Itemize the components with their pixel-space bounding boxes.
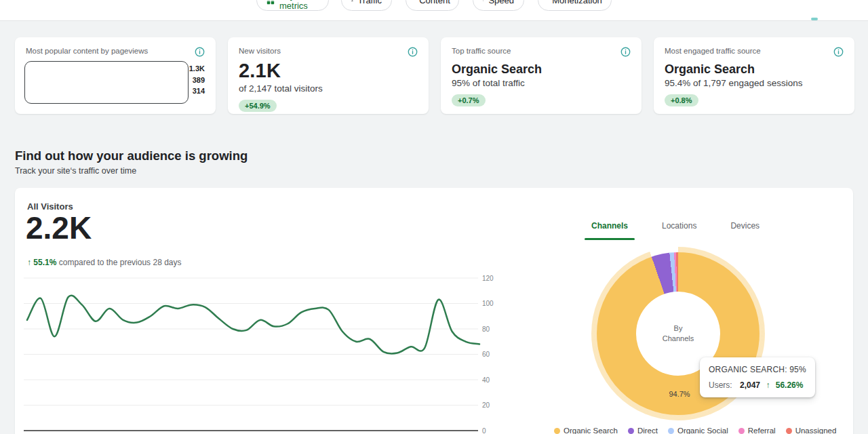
svg-text:100: 100: [482, 300, 494, 307]
legend-label: Unassigned: [795, 427, 837, 434]
visitors-line-chart[interactable]: 020406080100120: [15, 269, 520, 434]
section-subtitle: Track your site‘s traffic over time: [15, 166, 136, 176]
bar-chart-icon: [351, 0, 353, 5]
info-icon[interactable]: [620, 47, 631, 57]
card-subtext: 95.4% of 1,797 engaged sessions: [665, 78, 844, 88]
donut-slice-percent: 94.7%: [669, 390, 690, 398]
card-subtext: 95% of total traffic: [452, 78, 631, 88]
trend-rest: compared to the previous 28 days: [56, 258, 181, 267]
info-icon[interactable]: [408, 47, 418, 57]
tab-speed[interactable]: Speed: [473, 0, 524, 11]
card-value: Organic Search: [665, 62, 844, 77]
card-value: Organic Search: [452, 62, 631, 77]
redacted-content-list: [24, 61, 189, 104]
all-visitors-card: All Visitors 2.2K ↑ 55.1% compared to th…: [15, 188, 853, 434]
change-badge: +0.8%: [665, 94, 698, 106]
donut-center-line1: By: [674, 323, 683, 334]
tab-label: Traffic: [358, 0, 382, 5]
legend-item-direct[interactable]: Direct: [628, 427, 658, 434]
tooltip-title: ORGANIC SEARCH: 95%: [709, 365, 806, 374]
tab-devices[interactable]: Devices: [726, 218, 764, 240]
pageview-value: 1.3K: [189, 63, 205, 75]
tab-label: Speed: [488, 0, 514, 5]
card-most-engaged-source: Most engaged traffic source Organic Sear…: [654, 37, 854, 114]
tab-label: Monetization: [552, 0, 602, 5]
trend-text: ↑ 55.1% compared to the previous 28 days: [27, 258, 181, 267]
tab-locations[interactable]: Locations: [658, 218, 701, 240]
info-icon[interactable]: [833, 47, 844, 57]
pageview-value: 389: [189, 75, 205, 86]
svg-text:60: 60: [482, 351, 490, 358]
svg-text:20: 20: [482, 401, 490, 409]
legend-item-organic-social[interactable]: Organic Social: [668, 427, 728, 434]
card-title: Most engaged traffic source: [665, 47, 761, 55]
speed-icon: [483, 0, 484, 5]
pageview-value: 314: [189, 85, 205, 97]
insights-dashboard: Key metrics Traffic Content: [0, 0, 868, 434]
legend-dot: [554, 428, 560, 434]
tooltip-users-value: 2,047: [740, 380, 760, 390]
legend-item-organic-search[interactable]: Organic Search: [554, 427, 618, 434]
change-badge: +54.9%: [239, 100, 277, 112]
legend-dot: [786, 428, 792, 434]
trend-arrow: ↑: [27, 258, 31, 267]
tab-channels[interactable]: Channels: [587, 218, 632, 240]
tab-traffic[interactable]: Traffic: [341, 0, 392, 11]
svg-text:80: 80: [482, 326, 490, 333]
card-title: New visitors: [239, 47, 281, 55]
legend-item-unassigned[interactable]: Unassigned: [786, 427, 837, 434]
donut-legend: Organic Search Direct Organic Social Ref…: [554, 427, 836, 434]
grid-icon: [267, 0, 275, 5]
svg-text:120: 120: [482, 275, 494, 282]
card-subtext: of 2,147 total visitors: [239, 83, 418, 94]
legend-label: Direct: [637, 427, 658, 434]
legend-dot: [738, 428, 745, 434]
tooltip-trend-arrow: ↑: [766, 380, 770, 390]
card-title: Most popular content by pageviews: [26, 47, 148, 55]
legend-dot: [628, 428, 634, 434]
tab-label: Key metrics: [279, 0, 319, 11]
legend-label: Organic Social: [677, 427, 728, 434]
legend-label: Referral: [748, 427, 776, 434]
card-title: Top traffic source: [452, 47, 511, 55]
legend-dot: [668, 428, 674, 434]
tooltip-users-row: Users: 2,047 ↑ 56.26%: [709, 380, 806, 390]
legend-item-referral[interactable]: Referral: [738, 427, 776, 434]
tooltip-trend-percent: 56.26%: [776, 380, 804, 390]
info-icon[interactable]: [195, 47, 205, 57]
breakdown-tabs: Channels Locations Devices: [587, 218, 764, 240]
pageview-values: 1.3K 389 314: [189, 63, 205, 97]
donut-tooltip: ORGANIC SEARCH: 95% Users: 2,047 ↑ 56.26…: [700, 357, 815, 397]
tab-label: Content: [419, 0, 450, 5]
donut-center-line2: Channels: [663, 334, 694, 344]
all-visitors-value: 2.2K: [26, 210, 92, 246]
tooltip-users-label: Users:: [709, 380, 732, 390]
legend-label: Organic Search: [564, 427, 618, 434]
card-popular-content: Most popular content by pageviews 1.3K 3…: [15, 37, 216, 114]
top-tab-bar: Key metrics Traffic Content: [0, 0, 868, 21]
change-badge: +0.7%: [452, 94, 486, 106]
card-top-traffic-source: Top traffic source Organic Search 95% of…: [441, 37, 642, 114]
tab-monetization[interactable]: Monetization: [538, 0, 612, 11]
section-title: Find out how your audience is growing: [15, 149, 248, 163]
card-value: 2.1K: [239, 60, 418, 82]
card-new-visitors: New visitors 2.1K of 2,147 total visitor…: [228, 37, 429, 114]
tab-key-metrics[interactable]: Key metrics: [256, 0, 329, 11]
tab-content[interactable]: Content: [406, 0, 459, 11]
scroll-indicator: [811, 18, 818, 20]
svg-text:0: 0: [482, 427, 486, 434]
svg-text:40: 40: [482, 376, 490, 384]
trend-percent: 55.1%: [33, 258, 56, 267]
